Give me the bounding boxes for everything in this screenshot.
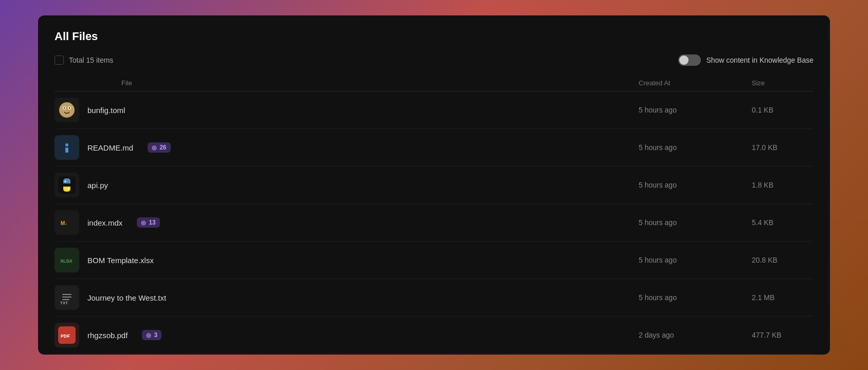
file-cell: TXT Journey to the West.txt xyxy=(55,279,639,316)
badge: ◎3 xyxy=(142,330,161,340)
svg-point-6 xyxy=(65,143,68,146)
size-cell: 2.1 MB xyxy=(752,293,813,302)
table-row[interactable]: README.md ◎26 5 hours ago 17.0 KB xyxy=(55,129,813,166)
size-cell: 5.4 KB xyxy=(752,218,813,227)
svg-text:XLSX: XLSX xyxy=(60,258,73,264)
col-file: File xyxy=(121,79,639,87)
select-all-checkbox[interactable] xyxy=(55,55,64,65)
col-created-at: Created At xyxy=(639,79,752,87)
file-name: rhgzsob.pdf xyxy=(87,331,128,340)
svg-point-4 xyxy=(69,107,70,109)
svg-text:PDF: PDF xyxy=(61,334,70,339)
file-name: Journey to the West.txt xyxy=(87,293,166,302)
size-cell: 17.0 KB xyxy=(752,143,813,152)
table-row[interactable]: XLSX BOM Template.xlsx 5 hours ago 20.8 … xyxy=(55,242,813,279)
svg-text:M↓: M↓ xyxy=(61,220,67,226)
svg-rect-18 xyxy=(62,299,69,300)
file-cell: PDF rhgzsob.pdf ◎3 xyxy=(55,317,639,354)
svg-point-3 xyxy=(64,107,65,109)
table-row[interactable]: api.py 5 hours ago 1.8 KB xyxy=(55,166,813,204)
svg-rect-16 xyxy=(62,294,71,295)
badge-icon: ◎ xyxy=(141,219,146,226)
svg-rect-7 xyxy=(65,147,68,153)
size-cell: 1.8 KB xyxy=(752,181,813,189)
created-at-cell: 5 hours ago xyxy=(639,143,752,152)
toolbar-left: Total 15 items xyxy=(55,55,113,65)
knowledge-base-toggle[interactable] xyxy=(678,54,701,66)
created-at-cell: 5 hours ago xyxy=(639,218,752,227)
created-at-cell: 2 days ago xyxy=(639,331,752,339)
file-icon-python xyxy=(55,173,79,197)
badge-icon: ◎ xyxy=(152,144,157,151)
file-icon-xlsx: XLSX xyxy=(55,248,79,272)
file-name: README.md xyxy=(87,143,133,152)
svg-point-9 xyxy=(65,181,66,182)
svg-rect-17 xyxy=(62,297,71,298)
size-cell: 477.7 KB xyxy=(752,331,813,339)
created-at-cell: 5 hours ago xyxy=(639,106,752,114)
created-at-cell: 5 hours ago xyxy=(639,256,752,264)
table-body: bunfig.toml 5 hours ago 0.1 KB README.md… xyxy=(55,91,813,354)
svg-point-0 xyxy=(59,102,75,118)
file-icon-txt: TXT xyxy=(55,285,79,310)
table-row[interactable]: PDF rhgzsob.pdf ◎3 2 days ago 477.7 KB xyxy=(55,317,813,354)
file-icon-mdx: M↓ xyxy=(55,210,79,235)
table-header: File Created At Size xyxy=(55,75,813,91)
file-cell: api.py xyxy=(55,166,639,203)
col-size: Size xyxy=(752,79,813,87)
total-items-label: Total 15 items xyxy=(69,56,113,64)
size-cell: 0.1 KB xyxy=(752,106,813,114)
table-row[interactable]: bunfig.toml 5 hours ago 0.1 KB xyxy=(55,91,813,129)
file-name: api.py xyxy=(87,181,108,190)
file-icon-pdf: PDF xyxy=(55,323,79,347)
badge: ◎26 xyxy=(148,142,170,153)
main-panel: All Files Total 15 items Show content in… xyxy=(38,15,830,355)
file-cell: README.md ◎26 xyxy=(55,129,639,166)
size-cell: 20.8 KB xyxy=(752,256,813,264)
created-at-cell: 5 hours ago xyxy=(639,181,752,189)
toggle-knob xyxy=(679,55,689,65)
toolbar-right: Show content in Knowledge Base xyxy=(678,54,813,66)
file-name: BOM Template.xlsx xyxy=(87,256,154,265)
page-title: All Files xyxy=(55,30,813,43)
created-at-cell: 5 hours ago xyxy=(639,293,752,302)
file-icon-info xyxy=(55,135,79,160)
svg-text:TXT: TXT xyxy=(60,301,68,305)
file-cell: bunfig.toml xyxy=(55,91,639,128)
badge-icon: ◎ xyxy=(146,332,151,339)
svg-point-10 xyxy=(68,188,69,190)
badge: ◎13 xyxy=(137,217,159,228)
file-name: bunfig.toml xyxy=(87,106,125,115)
toolbar: Total 15 items Show content in Knowledge… xyxy=(55,54,813,66)
file-cell: M↓ index.mdx ◎13 xyxy=(55,204,639,241)
toggle-label: Show content in Knowledge Base xyxy=(706,56,813,64)
file-cell: XLSX BOM Template.xlsx xyxy=(55,242,639,279)
table-row[interactable]: M↓ index.mdx ◎13 5 hours ago 5.4 KB xyxy=(55,204,813,242)
table-row[interactable]: TXT Journey to the West.txt 5 hours ago … xyxy=(55,279,813,317)
file-name: index.mdx xyxy=(87,218,122,227)
file-icon-bun xyxy=(55,98,79,122)
